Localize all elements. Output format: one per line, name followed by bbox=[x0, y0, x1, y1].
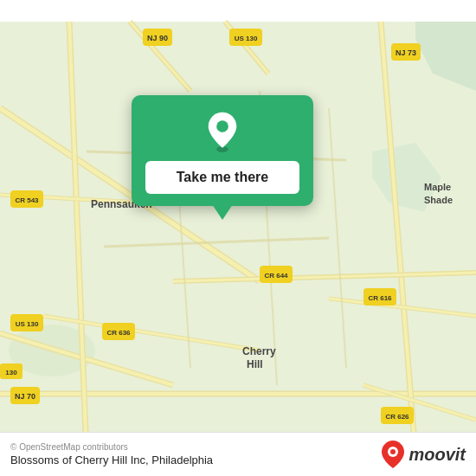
svg-text:Hill: Hill bbox=[247, 358, 263, 370]
svg-text:CR 616: CR 616 bbox=[368, 294, 392, 302]
location-pin-icon bbox=[202, 111, 243, 152]
copyright-text: © OpenStreetMap contributors bbox=[10, 442, 213, 452]
svg-text:CR 543: CR 543 bbox=[15, 196, 39, 204]
moovit-pin-icon bbox=[381, 440, 405, 469]
location-popup: Take me there bbox=[132, 95, 313, 206]
bottom-bar: © OpenStreetMap contributors Blossoms of… bbox=[0, 432, 476, 476]
svg-text:NJ 70: NJ 70 bbox=[15, 392, 35, 401]
bottom-left-info: © OpenStreetMap contributors Blossoms of… bbox=[10, 442, 213, 466]
svg-text:CR 636: CR 636 bbox=[106, 329, 131, 337]
svg-text:NJ 73: NJ 73 bbox=[396, 48, 416, 57]
svg-point-63 bbox=[390, 449, 396, 454]
location-name: Blossoms of Cherry Hill Inc, Philadelphi… bbox=[10, 453, 213, 466]
svg-text:CR 644: CR 644 bbox=[264, 272, 288, 280]
svg-text:CR 626: CR 626 bbox=[385, 413, 409, 421]
map-background: NJ 90 US 130 NJ 73 CR 543 US 130 CR 636 … bbox=[0, 0, 476, 476]
take-me-there-button[interactable]: Take me there bbox=[145, 161, 299, 194]
map-container: NJ 90 US 130 NJ 73 CR 543 US 130 CR 636 … bbox=[0, 0, 476, 476]
moovit-logo: moovit bbox=[381, 440, 466, 469]
svg-text:NJ 90: NJ 90 bbox=[147, 34, 168, 42]
svg-text:Maple: Maple bbox=[424, 182, 451, 192]
svg-point-61 bbox=[216, 120, 228, 132]
svg-text:US 130: US 130 bbox=[16, 320, 39, 328]
svg-text:Shade: Shade bbox=[424, 195, 453, 205]
svg-text:Cherry: Cherry bbox=[242, 345, 276, 357]
moovit-brand-text: moovit bbox=[408, 445, 466, 465]
svg-text:130: 130 bbox=[5, 369, 17, 376]
svg-text:US 130: US 130 bbox=[235, 35, 258, 42]
